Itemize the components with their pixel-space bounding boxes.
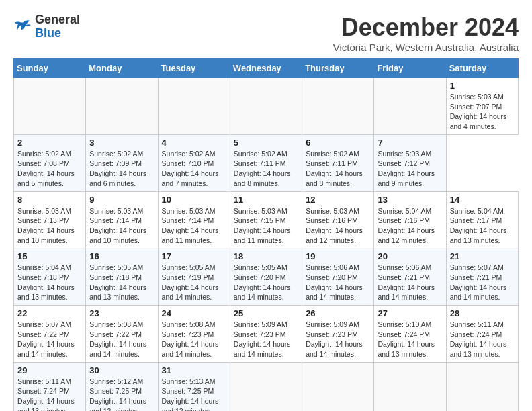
day-number: 1 [450, 81, 515, 91]
empty-cell [14, 78, 86, 135]
daylight-text: Daylight: 14 hours and 12 minutes. [162, 397, 219, 411]
calendar-day-cell: 4 Sunrise: 5:02 AM Sunset: 7:10 PM Dayli… [158, 134, 230, 191]
daylight-text: Daylight: 14 hours and 13 minutes. [89, 283, 146, 302]
calendar-day-cell: 8 Sunrise: 5:03 AM Sunset: 7:13 PM Dayli… [14, 191, 86, 248]
day-number: 7 [378, 138, 442, 148]
calendar-header-row: SundayMondayTuesdayWednesdayThursdayFrid… [14, 59, 519, 78]
sunset-text: Sunset: 7:25 PM [162, 387, 214, 395]
sunrise-text: Sunrise: 5:03 AM [89, 207, 143, 215]
day-info: Sunrise: 5:05 AM Sunset: 7:19 PM Dayligh… [162, 263, 226, 302]
day-info: Sunrise: 5:04 AM Sunset: 7:18 PM Dayligh… [17, 263, 82, 302]
calendar-day-cell: 24 Sunrise: 5:08 AM Sunset: 7:23 PM Dayl… [158, 306, 230, 363]
sunrise-text: Sunrise: 5:02 AM [162, 150, 216, 158]
calendar-day-cell: 22 Sunrise: 5:07 AM Sunset: 7:22 PM Dayl… [14, 306, 86, 363]
day-info: Sunrise: 5:04 AM Sunset: 7:16 PM Dayligh… [378, 206, 442, 246]
sunrise-text: Sunrise: 5:07 AM [17, 320, 71, 328]
sunrise-text: Sunrise: 5:04 AM [378, 207, 431, 215]
calendar-day-cell: 18 Sunrise: 5:05 AM Sunset: 7:20 PM Dayl… [230, 248, 302, 306]
calendar-day-cell: 2 Sunrise: 5:02 AM Sunset: 7:08 PM Dayli… [14, 134, 86, 191]
calendar-day-cell: 5 Sunrise: 5:02 AM Sunset: 7:11 PM Dayli… [230, 134, 302, 191]
calendar-day-cell: 29 Sunrise: 5:11 AM Sunset: 7:24 PM Dayl… [14, 362, 86, 411]
day-info: Sunrise: 5:03 AM Sunset: 7:14 PM Dayligh… [162, 206, 226, 246]
month-title: December 2024 [333, 13, 519, 42]
day-number: 17 [162, 251, 226, 261]
calendar-day-cell: 19 Sunrise: 5:06 AM Sunset: 7:20 PM Dayl… [302, 248, 374, 306]
day-number: 9 [89, 195, 154, 205]
calendar-week-row: 22 Sunrise: 5:07 AM Sunset: 7:22 PM Dayl… [14, 306, 519, 363]
daylight-text: Daylight: 14 hours and 14 minutes. [306, 283, 363, 302]
calendar-header-monday: Monday [86, 59, 158, 78]
daylight-text: Daylight: 14 hours and 11 minutes. [234, 226, 291, 244]
calendar-day-cell: 27 Sunrise: 5:10 AM Sunset: 7:24 PM Dayl… [374, 306, 446, 363]
sunset-text: Sunset: 7:11 PM [234, 159, 286, 167]
sunset-text: Sunset: 7:24 PM [378, 330, 430, 338]
day-number: 3 [89, 138, 154, 148]
location: Victoria Park, Western Australia, Austra… [333, 42, 519, 53]
sunrise-text: Sunrise: 5:13 AM [162, 377, 216, 385]
daylight-text: Daylight: 14 hours and 4 minutes. [450, 112, 507, 130]
sunrise-text: Sunrise: 5:08 AM [89, 320, 143, 328]
day-number: 20 [378, 251, 442, 261]
daylight-text: Daylight: 14 hours and 6 minutes. [89, 169, 146, 187]
daylight-text: Daylight: 14 hours and 7 minutes. [162, 169, 219, 187]
empty-cell [86, 78, 158, 135]
calendar-week-row: 2 Sunrise: 5:02 AM Sunset: 7:08 PM Dayli… [14, 134, 519, 191]
sunset-text: Sunset: 7:22 PM [89, 330, 142, 338]
day-number: 15 [17, 251, 82, 261]
sunset-text: Sunset: 7:14 PM [162, 216, 214, 224]
calendar-header-saturday: Saturday [446, 59, 518, 78]
empty-cell [302, 78, 374, 135]
calendar-day-cell: 23 Sunrise: 5:08 AM Sunset: 7:22 PM Dayl… [86, 306, 158, 363]
sunrise-text: Sunrise: 5:06 AM [306, 263, 359, 271]
day-info: Sunrise: 5:04 AM Sunset: 7:17 PM Dayligh… [450, 206, 515, 246]
empty-cell [158, 78, 230, 135]
sunset-text: Sunset: 7:08 PM [17, 159, 70, 167]
sunset-text: Sunset: 7:16 PM [378, 216, 430, 224]
sunset-text: Sunset: 7:07 PM [450, 103, 502, 111]
day-number: 8 [17, 195, 82, 205]
day-info: Sunrise: 5:10 AM Sunset: 7:24 PM Dayligh… [378, 320, 442, 359]
sunset-text: Sunset: 7:13 PM [17, 216, 70, 224]
calendar-day-cell: 13 Sunrise: 5:04 AM Sunset: 7:16 PM Dayl… [374, 191, 446, 248]
daylight-text: Daylight: 14 hours and 10 minutes. [89, 226, 146, 244]
day-info: Sunrise: 5:08 AM Sunset: 7:22 PM Dayligh… [89, 320, 154, 359]
day-number: 26 [306, 308, 370, 318]
logo: General Blue [13, 13, 80, 40]
daylight-text: Daylight: 14 hours and 12 minutes. [306, 226, 363, 244]
sunset-text: Sunset: 7:15 PM [234, 216, 286, 224]
daylight-text: Daylight: 14 hours and 14 minutes. [450, 283, 507, 302]
empty-cell [446, 362, 518, 411]
day-info: Sunrise: 5:02 AM Sunset: 7:11 PM Dayligh… [234, 149, 298, 189]
daylight-text: Daylight: 14 hours and 14 minutes. [17, 340, 75, 358]
day-info: Sunrise: 5:03 AM Sunset: 7:16 PM Dayligh… [306, 206, 370, 246]
day-number: 13 [378, 195, 442, 205]
sunset-text: Sunset: 7:10 PM [162, 159, 214, 167]
daylight-text: Daylight: 14 hours and 12 minutes. [378, 226, 435, 244]
daylight-text: Daylight: 14 hours and 13 minutes. [378, 340, 435, 358]
day-info: Sunrise: 5:03 AM Sunset: 7:12 PM Dayligh… [378, 149, 442, 189]
sunrise-text: Sunrise: 5:03 AM [234, 207, 287, 215]
calendar-day-cell: 12 Sunrise: 5:03 AM Sunset: 7:16 PM Dayl… [302, 191, 374, 248]
day-info: Sunrise: 5:11 AM Sunset: 7:24 PM Dayligh… [450, 320, 515, 359]
logo-text: General Blue [35, 13, 80, 40]
sunrise-text: Sunrise: 5:05 AM [234, 263, 287, 271]
sunrise-text: Sunrise: 5:09 AM [234, 320, 287, 328]
daylight-text: Daylight: 14 hours and 14 minutes. [306, 340, 363, 358]
calendar-day-cell: 28 Sunrise: 5:11 AM Sunset: 7:24 PM Dayl… [446, 306, 518, 363]
sunset-text: Sunset: 7:17 PM [450, 216, 502, 224]
day-number: 16 [89, 251, 154, 261]
sunrise-text: Sunrise: 5:02 AM [17, 150, 71, 158]
daylight-text: Daylight: 14 hours and 11 minutes. [162, 226, 219, 244]
sunrise-text: Sunrise: 5:03 AM [306, 207, 359, 215]
sunset-text: Sunset: 7:22 PM [17, 330, 70, 338]
sunrise-text: Sunrise: 5:02 AM [89, 150, 143, 158]
daylight-text: Daylight: 14 hours and 14 minutes. [162, 283, 219, 302]
sunrise-text: Sunrise: 5:12 AM [89, 377, 143, 385]
day-info: Sunrise: 5:07 AM Sunset: 7:21 PM Dayligh… [450, 263, 515, 302]
day-info: Sunrise: 5:11 AM Sunset: 7:24 PM Dayligh… [17, 377, 82, 411]
daylight-text: Daylight: 14 hours and 10 minutes. [17, 226, 75, 244]
sunset-text: Sunset: 7:20 PM [306, 273, 358, 281]
day-number: 18 [234, 251, 298, 261]
daylight-text: Daylight: 14 hours and 13 minutes. [450, 340, 507, 358]
sunset-text: Sunset: 7:23 PM [306, 330, 358, 338]
